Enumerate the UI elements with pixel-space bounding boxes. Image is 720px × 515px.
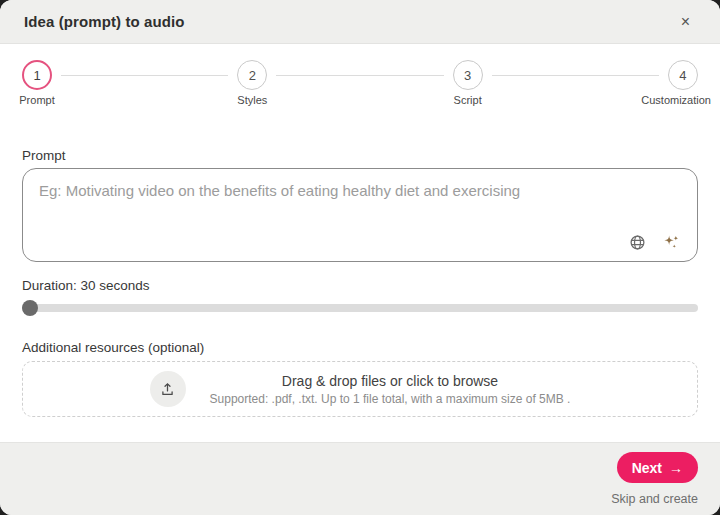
next-button[interactable]: Next →	[617, 452, 698, 483]
prompt-input-container	[22, 168, 698, 262]
upload-icon[interactable]	[150, 371, 186, 407]
sparkles-icon[interactable]	[662, 233, 681, 252]
modal-footer: Next → Skip and create	[0, 442, 720, 515]
dropzone-title: Drag & drop files or click to browse	[210, 373, 571, 389]
stepper-connector	[61, 75, 228, 76]
step-number-4: 4	[668, 60, 698, 90]
modal-header: Idea (prompt) to audio ×	[0, 0, 720, 44]
duration-label: Duration: 30 seconds	[22, 278, 698, 293]
prompt-label: Prompt	[22, 148, 698, 163]
idea-to-audio-modal: Idea (prompt) to audio × 1 Prompt 2 Styl…	[0, 0, 720, 515]
stepper-step-styles[interactable]: 2 Styles	[237, 60, 267, 90]
modal-body: 1 Prompt 2 Styles 3 Script 4 Customizati…	[0, 44, 720, 442]
modal-title: Idea (prompt) to audio	[24, 13, 185, 30]
globe-icon[interactable]	[629, 234, 646, 251]
step-number-3: 3	[453, 60, 483, 90]
duration-section: Duration: 30 seconds	[22, 278, 698, 316]
resources-section: Additional resources (optional) Drag & d…	[22, 340, 698, 417]
stepper-step-prompt[interactable]: 1 Prompt	[22, 60, 52, 90]
step-label-styles: Styles	[237, 94, 267, 106]
prompt-section: Prompt	[22, 148, 698, 262]
stepper-connector	[492, 75, 659, 76]
step-label-customization: Customization	[641, 94, 711, 106]
stepper-connector	[276, 75, 443, 76]
arrow-right-icon: →	[669, 460, 683, 476]
close-icon[interactable]: ×	[675, 10, 696, 34]
skip-and-create-link[interactable]: Skip and create	[611, 492, 698, 506]
prompt-toolbar	[629, 233, 681, 252]
prompt-input[interactable]	[23, 169, 697, 261]
step-number-1: 1	[22, 60, 52, 90]
dropzone-subtitle: Supported: .pdf, .txt. Up to 1 file tota…	[210, 392, 571, 406]
next-button-label: Next	[632, 460, 662, 476]
stepper-step-customization[interactable]: 4 Customization	[668, 60, 698, 90]
step-label-script: Script	[454, 94, 482, 106]
file-dropzone[interactable]: Drag & drop files or click to browse Sup…	[22, 361, 698, 417]
wizard-stepper: 1 Prompt 2 Styles 3 Script 4 Customizati…	[22, 60, 698, 90]
stepper-step-script[interactable]: 3 Script	[453, 60, 483, 90]
step-number-2: 2	[237, 60, 267, 90]
slider-thumb[interactable]	[22, 300, 38, 316]
slider-track[interactable]	[22, 304, 698, 312]
duration-slider[interactable]	[22, 300, 698, 316]
dropzone-text: Drag & drop files or click to browse Sup…	[210, 373, 571, 406]
resources-label: Additional resources (optional)	[22, 340, 698, 355]
step-label-prompt: Prompt	[19, 94, 54, 106]
